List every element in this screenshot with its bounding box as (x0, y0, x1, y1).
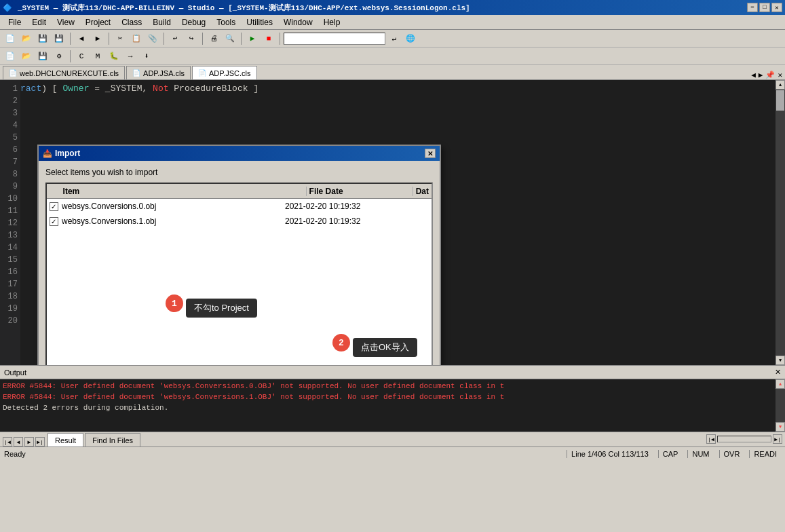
output-panel: Output ✕ ERROR #5844: User defined docum… (0, 365, 785, 446)
output-vscrollbar[interactable]: ▲ ▼ (776, 379, 785, 432)
output-tabs: |◀ ◀ ▶ ▶| Result Find In Files |◀ ▶| (0, 432, 785, 446)
title-bar: 🔷 _SYSTEM — 测试库113/DHC-APP-BILLEINV — St… (0, 0, 785, 15)
status-position: Line 1/406 Col 113/113 (567, 450, 653, 458)
editor-wrapper: 12345678910 11121314151617181920 ract) [… (0, 80, 785, 365)
menu-utilities[interactable]: Utilities (241, 16, 278, 28)
tab-dhclcnurexcute[interactable]: 📄 web.DHCLCNUREXCUTE.cls (3, 66, 125, 79)
col-dat-header: Dat (413, 187, 432, 196)
tb-stop[interactable]: ■ (261, 31, 276, 46)
tab-icon-1: 📄 (9, 69, 17, 77)
tab-pin[interactable]: 📌 (765, 71, 775, 79)
menu-build[interactable]: Build (147, 16, 176, 28)
sep6 (280, 33, 280, 45)
tb-back[interactable]: ◀ (74, 31, 89, 46)
dialog-close-button[interactable]: ✕ (425, 149, 436, 158)
output-close-icon[interactable]: ✕ (775, 368, 781, 377)
output-hscroll-controls: |◀ ▶| (706, 432, 782, 446)
menu-project[interactable]: Project (80, 16, 116, 28)
file-name-0: websys.Conversions.0.obj (60, 202, 282, 211)
tb2-new[interactable]: 📄 (3, 49, 18, 64)
scroll-up-btn[interactable]: ▲ (776, 80, 785, 90)
output-line-1: ERROR #5844: User defined document 'webs… (3, 392, 782, 402)
tab-close-icon[interactable]: ✕ (778, 71, 782, 79)
dialog-title-bar: 📥 Import ✕ (39, 146, 440, 161)
file-check-1[interactable]: ✓ (47, 217, 60, 226)
menu-tools[interactable]: Tools (211, 16, 241, 28)
tab-result[interactable]: Result (47, 433, 83, 446)
tb-redo[interactable]: ↪ (184, 31, 199, 46)
file-check-0[interactable]: ✓ (47, 202, 60, 211)
hscroll-bar[interactable] (717, 436, 771, 442)
tb2-step2[interactable]: ⬇ (139, 49, 154, 64)
tb-paste[interactable]: 📎 (145, 31, 160, 46)
menu-edit[interactable]: Edit (26, 16, 52, 28)
line-numbers: 12345678910 11121314151617181920 (0, 80, 20, 365)
tb-undo[interactable]: ↩ (168, 31, 183, 46)
tb-open[interactable]: 📂 (19, 31, 34, 46)
tb-globe[interactable]: 🌐 (403, 31, 418, 46)
tab-icon-2: 📄 (132, 69, 140, 77)
tab-adpjsa[interactable]: 📄 ADP.JSA.cls (126, 66, 191, 79)
out-nav-first[interactable]: |◀ (3, 437, 12, 446)
scroll-down-btn[interactable]: ▼ (776, 356, 785, 365)
col-item-header: Item (60, 187, 307, 196)
tab-adpjsc[interactable]: 📄 ADP.JSC.cls (192, 66, 257, 79)
out-scroll-up[interactable]: ▲ (776, 379, 785, 389)
out-nav-next[interactable]: ▶ (24, 437, 34, 446)
menu-file[interactable]: File (3, 16, 26, 28)
search-input[interactable] (284, 33, 385, 45)
maximize-button[interactable]: □ (759, 3, 770, 12)
file-row-1[interactable]: ✓ websys.Conversions.1.obj 2021-02-20 10… (47, 214, 432, 229)
tb2-step[interactable]: → (123, 49, 138, 64)
menu-view[interactable]: View (52, 16, 80, 28)
tb-copy[interactable]: 📋 (129, 31, 144, 46)
tb-save2[interactable]: 💾 (52, 31, 66, 46)
status-bar: Ready Line 1/406 Col 113/113 CAP NUM OVR… (0, 446, 785, 460)
callout-circle-2: 2 (332, 334, 350, 352)
hscroll-start[interactable]: |◀ (706, 434, 716, 444)
checkbox-0[interactable]: ✓ (50, 202, 58, 211)
menu-help[interactable]: Help (318, 16, 346, 28)
tb-run[interactable]: ▶ (245, 31, 260, 46)
tb-save[interactable]: 💾 (35, 31, 50, 46)
tb2-debug[interactable]: 🐛 (107, 49, 121, 64)
out-nav-prev[interactable]: ◀ (14, 437, 23, 446)
hscroll-end[interactable]: ▶| (773, 434, 782, 444)
menu-debug[interactable]: Debug (176, 16, 211, 28)
tb-new[interactable]: 📄 (3, 31, 18, 46)
tab-scroll-right[interactable]: ▶ (759, 71, 763, 79)
tab-findinfiles[interactable]: Find In Files (85, 433, 140, 446)
tb-print[interactable]: 🖨 (206, 31, 221, 46)
out-nav-last[interactable]: ▶| (35, 437, 45, 446)
menu-class[interactable]: Class (116, 16, 147, 28)
tb2-open2[interactable]: 📂 (19, 49, 34, 64)
tab-label-1: web.DHCLCNUREXCUTE.cls (20, 69, 119, 77)
tb-find[interactable]: 🔍 (223, 31, 237, 46)
code-vscrollbar[interactable]: ▲ ▼ (776, 80, 785, 365)
dialog-body: Select items you wish to import Item Fil… (39, 161, 440, 365)
status-read: READI (749, 450, 781, 458)
out-scroll-down[interactable]: ▼ (776, 422, 785, 432)
file-list-body: ✓ websys.Conversions.0.obj 2021-02-20 10… (47, 199, 432, 229)
tb-cut[interactable]: ✂ (113, 31, 128, 46)
tb2-compile[interactable]: ⚙ (52, 49, 66, 64)
title-text: _SYSTEM — 测试库113/DHC-APP-BILLEINV — Stud… (15, 3, 747, 13)
file-row-0[interactable]: ✓ websys.Conversions.0.obj 2021-02-20 10… (47, 199, 432, 214)
output-nav: |◀ ◀ ▶ ▶| (3, 437, 45, 446)
checkbox-1[interactable]: ✓ (50, 217, 58, 226)
dialog-title-text: Import (55, 149, 425, 158)
status-ovr: OVR (719, 450, 744, 458)
tab-scroll-left[interactable]: ◀ (751, 71, 756, 79)
menu-window[interactable]: Window (278, 16, 318, 28)
scroll-thumb[interactable] (776, 90, 784, 111)
tb-go[interactable]: ↵ (387, 31, 402, 46)
menu-bar: File Edit View Project Class Build Debug… (0, 15, 785, 30)
tb-fwd[interactable]: ▶ (90, 31, 105, 46)
sep2 (109, 33, 109, 45)
close-window-button[interactable]: ✕ (771, 3, 782, 12)
minimize-button[interactable]: − (747, 3, 758, 12)
tb2-class[interactable]: C (74, 49, 89, 64)
sep5 (241, 33, 242, 45)
tb2-method[interactable]: M (90, 49, 105, 64)
tb2-save2[interactable]: 💾 (35, 49, 50, 64)
